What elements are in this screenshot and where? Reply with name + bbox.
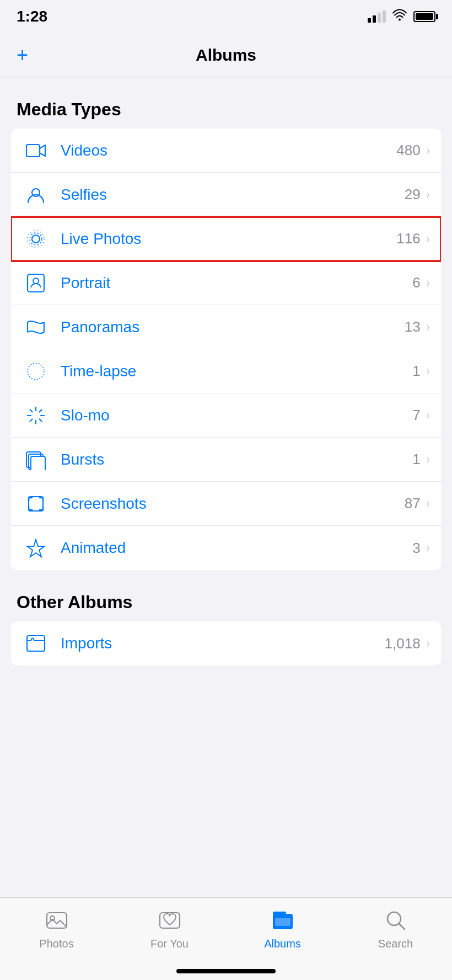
chevron-icon: ›	[426, 636, 430, 651]
wifi-icon	[392, 9, 407, 24]
photos-tab-label: Photos	[39, 938, 73, 950]
list-item[interactable]: Imports 1,018 ›	[11, 621, 441, 665]
svg-point-7	[33, 278, 39, 284]
content: Media Types Videos 480 › Selfies 29 ›	[0, 99, 452, 754]
page-title: Albums	[196, 46, 256, 65]
status-time: 1:28	[17, 8, 47, 25]
svg-point-10	[28, 363, 44, 380]
svg-rect-24	[47, 913, 67, 928]
svg-rect-29	[275, 918, 290, 926]
slomo-icon	[22, 402, 50, 429]
albums-tab-label: Albums	[264, 938, 301, 950]
chevron-icon: ›	[426, 541, 430, 555]
svg-line-17	[40, 409, 42, 412]
tab-search[interactable]: Search	[339, 907, 452, 950]
svg-rect-22	[29, 497, 43, 511]
svg-line-31	[399, 924, 405, 929]
chevron-icon: ›	[426, 188, 430, 202]
albums-tab-icon	[269, 907, 297, 934]
status-bar: 1:28	[0, 0, 452, 33]
imports-icon	[22, 630, 50, 657]
svg-line-15	[30, 409, 33, 412]
list-item[interactable]: Portrait 6 ›	[11, 261, 441, 305]
panorama-icon	[22, 313, 50, 341]
chevron-icon: ›	[426, 320, 430, 334]
search-tab-icon	[382, 907, 410, 934]
chevron-icon: ›	[426, 364, 430, 379]
svg-rect-28	[273, 912, 286, 915]
chevron-icon: ›	[426, 452, 430, 467]
portrait-icon	[22, 269, 50, 297]
battery-icon	[413, 11, 435, 22]
media-types-list: Videos 480 › Selfies 29 ›	[11, 129, 441, 570]
list-item-live-photos[interactable]: Live Photos 116 ›	[11, 217, 441, 261]
list-item[interactable]: Animated 3 ›	[11, 526, 441, 570]
other-albums-list: Imports 1,018 ›	[11, 621, 441, 665]
list-item[interactable]: Time-lapse 1 ›	[11, 349, 441, 393]
timelapse-icon	[22, 358, 50, 385]
home-indicator	[176, 969, 276, 973]
animated-icon	[22, 534, 50, 562]
svg-rect-21	[31, 456, 45, 470]
media-types-section: Media Types Videos 480 › Selfies 29 ›	[0, 99, 452, 570]
photos-tab-icon	[43, 907, 71, 934]
selfie-icon	[22, 181, 50, 209]
svg-line-16	[40, 419, 42, 421]
svg-rect-1	[26, 145, 40, 157]
list-item[interactable]: Selfies 29 ›	[11, 173, 441, 217]
chevron-icon: ›	[426, 232, 430, 246]
list-item[interactable]: Bursts 1 ›	[11, 438, 441, 482]
list-item[interactable]: Panoramas 13 ›	[11, 305, 441, 349]
list-item[interactable]: Screenshots 87 ›	[11, 482, 441, 526]
tab-photos[interactable]: Photos	[0, 907, 113, 950]
tab-bar: Photos For You Albums S	[0, 897, 452, 980]
other-albums-section: Other Albums Imports 1,018 ›	[0, 592, 452, 665]
tab-albums[interactable]: Albums	[226, 907, 339, 950]
svg-rect-23	[27, 636, 45, 651]
media-types-header: Media Types	[0, 99, 452, 129]
add-button[interactable]: +	[17, 45, 28, 65]
status-icons	[368, 9, 435, 24]
screenshot-icon	[22, 490, 50, 518]
signal-icon	[368, 10, 386, 23]
for-you-tab-icon	[156, 907, 184, 934]
live-photos-icon	[22, 225, 50, 253]
for-you-tab-label: For You	[150, 938, 189, 950]
chevron-icon: ›	[426, 408, 430, 423]
svg-point-0	[399, 19, 401, 21]
tab-for-you[interactable]: For You	[113, 907, 226, 950]
video-icon	[22, 137, 50, 164]
chevron-icon: ›	[426, 143, 430, 158]
other-albums-header: Other Albums	[0, 592, 452, 621]
chevron-icon: ›	[426, 497, 430, 511]
nav-header: + Albums	[0, 33, 452, 77]
list-item[interactable]: Videos 480 ›	[11, 129, 441, 173]
svg-line-18	[30, 419, 33, 421]
bursts-icon	[22, 446, 50, 473]
list-item[interactable]: Slo-mo 7 ›	[11, 393, 441, 438]
chevron-icon: ›	[426, 276, 430, 290]
svg-point-3	[32, 235, 40, 243]
search-tab-label: Search	[378, 938, 413, 950]
